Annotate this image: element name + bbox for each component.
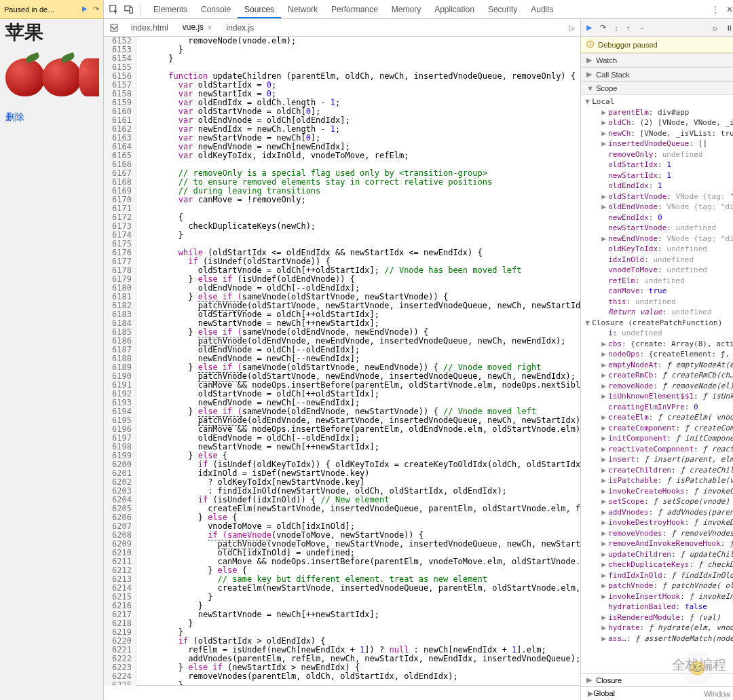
main-tab-application[interactable]: Application [428,1,481,18]
svg-rect-2 [130,7,132,13]
scope-var-insertedVnodeQueue[interactable]: ▶insertedVnodeQueue: [] [585,139,733,149]
file-tab-index-js[interactable]: index.js [220,20,262,36]
scope-var-setScope[interactable]: ▶setScope: ƒ setScope(vnode) [585,496,733,507]
page-title: 苹果 [5,23,98,42]
scope-var-isPatchable[interactable]: ▶isPatchable: ƒ isPatchable(v… [585,475,733,486]
scope-var-findIdxInOld[interactable]: ▶findIdxInOld: ƒ findIdxInOld… [585,570,733,581]
scope-var-initComponent[interactable]: ▶initComponent: ƒ initCompone… [585,433,733,444]
scope-var-ass…[interactable]: ▶ass…: ƒ assertNodeMatch(node… [585,633,733,644]
scope-section-header[interactable]: ▼Scope [581,81,733,95]
main-tab-memory[interactable]: Memory [385,1,428,18]
scope-var-Return value[interactable]: Return value: undefined [585,307,733,318]
devtools-main-tabs: ElementsConsoleSourcesNetworkPerformance… [104,0,733,19]
scope-var-nodeOps[interactable]: ▶nodeOps: {createElement: ƒ, … [585,349,733,360]
scope-var-isUnknownElement$$1[interactable]: ▶isUnknownElement$$1: ƒ isUnk… [585,391,733,402]
navigator-toggle-icon[interactable] [108,22,120,34]
scope-var-invokeDestroyHook[interactable]: ▶invokeDestroyHook: ƒ invokeD… [585,517,733,528]
scope-variables[interactable]: ▼Local▶parentElm: div#app▶oldCh: (2) [VN… [581,95,733,673]
apple-image [5,49,87,103]
main-tab-console[interactable]: Console [194,1,238,18]
scope-var-invokeInsertHook[interactable]: ▶invokeInsertHook: ƒ invokeIn… [585,591,733,602]
scope-var-newEndIdx[interactable]: newEndIdx: 0 [585,213,733,223]
scope-var-createComponent[interactable]: ▶createComponent: ƒ createCom… [585,423,733,434]
scope-var-createChildren[interactable]: ▶createChildren: ƒ createChil… [585,465,733,476]
debugger-paused-banner: ⓘ Debugger paused [581,37,733,53]
pause-status-bar: Paused in de… ▶ ↷ [0,0,103,19]
scope-var-idxInOld[interactable]: idxInOld: undefined [585,255,733,265]
scope-var-insert[interactable]: ▶insert: ƒ insert(parent, elm… [585,454,733,465]
code-content: removeNode(vnode.elm); } } function upda… [136,37,580,685]
step-out-button[interactable]: ↑ [626,24,631,32]
scope-var-canMove[interactable]: canMove: true [585,286,733,297]
scope-var-vnodeToMove[interactable]: vnodeToMove: undefined [585,265,733,276]
scope-var-newStartVnode[interactable]: newStartVnode: undefined [585,223,733,234]
device-toolbar-icon[interactable] [123,3,135,16]
debugger-sidebar: ▶ ↷ ↓ ↑ → ⍉ ⏸ ⓘ Debugger paused ▶Watch ▶… [581,19,733,700]
pause-status-text: Paused in de… [0,3,78,16]
resume-icon-mini[interactable]: ▶ [82,5,88,14]
scope-var-newEndVnode[interactable]: ▶newEndVnode: VNode {tag: "di… [585,234,733,244]
close-file-icon[interactable]: × [208,23,212,31]
file-tabs-bar: index.htmlvue.js×index.js ▷ [104,19,580,37]
scope-var-createElm[interactable]: ▶createElm: ƒ createElm( vnod… [585,412,733,423]
code-editor[interactable]: 6152 6153 6154 6155 6156 6157 6158 6159 … [104,37,580,685]
scope-var-parentElm[interactable]: ▶parentElm: div#app [585,107,733,118]
scope-var-oldStartVnode[interactable]: ▶oldStartVnode: VNode {tag: "… [585,191,733,202]
scope-var-cbs[interactable]: ▶cbs: {create: Array(8), acti… [585,339,733,350]
step-over-icon-mini[interactable]: ↷ [93,5,99,14]
scope-var-removeNode[interactable]: ▶removeNode: ƒ removeNode(el) [585,381,733,392]
main-tab-audits[interactable]: Audits [524,1,560,18]
scope-var-oldKeyToIdx[interactable]: oldKeyToIdx: undefined [585,244,733,255]
file-tab-index-html[interactable]: index.html [124,20,176,36]
scope-var-oldEndVnode[interactable]: ▶oldEndVnode: VNode {tag: "di… [585,202,733,213]
scope-var-patchVnode[interactable]: ▶patchVnode: ƒ patchVnode( ol… [585,581,733,591]
step-into-button[interactable]: ↓ [614,24,618,32]
more-icon[interactable]: ⋮ [711,5,719,14]
scope-var-removeOnly[interactable]: removeOnly: undefined [585,149,733,160]
scope-var-i[interactable]: i: undefined [585,328,733,339]
scope-var-creatingElmInVPre[interactable]: creatingElmInVPre: 0 [585,402,733,413]
scope-var-refElm[interactable]: refElm: undefined [585,276,733,287]
scope-var-newCh[interactable]: ▶newCh: [VNode, _isVList: tru… [585,128,733,139]
step-over-button[interactable]: ↷ [600,23,606,32]
main-tab-elements[interactable]: Elements [147,1,194,18]
svg-rect-3 [111,24,117,31]
delete-link[interactable]: 删除 [5,111,98,124]
debug-toolbar: ▶ ↷ ↓ ↑ → ⍉ ⏸ [581,19,733,37]
main-tab-security[interactable]: Security [481,1,524,18]
info-icon: ⓘ [586,39,594,50]
scope-var-removeAndInvokeRemoveHook[interactable]: ▶removeAndInvokeRemoveHook: ƒ… [585,538,733,549]
scope-var-reactivateComponent[interactable]: ▶reactivateComponent: ƒ react… [585,444,733,455]
step-button[interactable]: → [638,24,645,32]
scope-var-oldStartIdx[interactable]: oldStartIdx: 1 [585,160,733,170]
callstack-section-header[interactable]: ▶Call Stack [581,67,733,81]
resume-button[interactable]: ▶ [586,23,592,32]
file-tab-vue-js[interactable]: vue.js× [176,20,220,36]
pause-on-exceptions-icon[interactable]: ⏸ [726,24,733,32]
scope-var-emptyNodeAt[interactable]: ▶emptyNodeAt: ƒ emptyNodeAt(e… [585,360,733,371]
scope-var-this[interactable]: this: undefined [585,297,733,308]
global-section-footer[interactable]: ▶Global Window [581,686,733,700]
scope-var-hydrate[interactable]: ▶hydrate: ƒ hydrate(elm, vnod… [585,623,733,633]
scope-var-newStartIdx[interactable]: newStartIdx: 1 [585,170,733,181]
watermark-text: 全栈编程 [672,656,726,674]
main-tab-network[interactable]: Network [281,1,324,18]
scope-var-addVnodes[interactable]: ▶addVnodes: ƒ addVnodes(paren… [585,507,733,518]
main-tab-sources[interactable]: Sources [238,1,281,18]
deactivate-breakpoints-icon[interactable]: ⍉ [713,24,717,32]
scope-var-hydrationBailed[interactable]: hydrationBailed: false [585,602,733,612]
scope-var-oldCh[interactable]: ▶oldCh: (2) [VNode, VNode, _i… [585,117,733,128]
scope-var-oldEndIdx[interactable]: oldEndIdx: 1 [585,181,733,191]
scope-var-checkDuplicateKeys[interactable]: ▶checkDuplicateKeys: ƒ checkD… [585,559,733,570]
main-tab-performance[interactable]: Performance [324,1,385,18]
scope-var-isRenderedModule[interactable]: ▶isRenderedModule: ƒ (val) [585,612,733,623]
scope-var-removeVnodes[interactable]: ▶removeVnodes: ƒ removeVnodes… [585,528,733,539]
app-preview-pane: Paused in de… ▶ ↷ 苹果 删除 [0,0,104,700]
scope-var-updateChildren[interactable]: ▶updateChildren: ƒ updateChil… [585,549,733,560]
watch-section-header[interactable]: ▶Watch [581,53,733,67]
scope-var-createRmCb[interactable]: ▶createRmCb: ƒ createRmCb(ch… [585,370,733,381]
run-snippet-icon[interactable]: ▷ [569,23,575,33]
close-devtools-icon[interactable]: ✕ [726,5,733,14]
scope-var-invokeCreateHooks[interactable]: ▶invokeCreateHooks: ƒ invokeC… [585,486,733,497]
inspect-element-icon[interactable] [108,3,120,16]
